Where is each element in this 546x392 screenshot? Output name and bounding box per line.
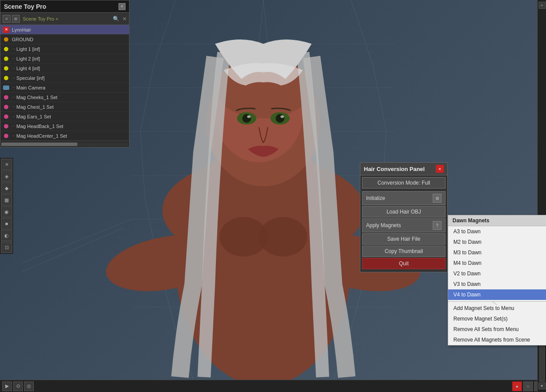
scene-item-specular[interactable]: ···Specular [inf] xyxy=(0,73,129,83)
bottom-tool-1[interactable]: ▶ xyxy=(2,381,12,391)
scene-item-icon-magears xyxy=(2,113,10,121)
scene-item-label-lynnhair: LynnHair xyxy=(12,27,31,32)
bottom-tool-2[interactable]: ⊙ xyxy=(13,381,23,391)
scene-item-icon-light4 xyxy=(2,64,10,72)
dawn-action-item-remove-all-magnets[interactable]: Remove All Magnets from Scene xyxy=(448,335,546,345)
scene-panel: Scene Toy Pro × ≡ ⊞ Scene Toy Pro + 🔍 ✕ … xyxy=(0,0,129,147)
yellow-dot-icon xyxy=(4,57,8,61)
orange-dot-icon xyxy=(4,37,8,42)
left-tool-7[interactable]: ◐ xyxy=(1,230,12,241)
scene-item-icon-specular xyxy=(2,74,10,82)
dawn-action-item-remove-magnet-set[interactable]: Remove Magnet Set(s) xyxy=(448,314,546,324)
scene-item-light2[interactable]: ···Light 2 [inf] xyxy=(0,54,129,64)
left-tool-3[interactable]: ◆ xyxy=(1,182,12,194)
yellow-dot-icon xyxy=(4,47,8,51)
scene-panel-titlebar: Scene Toy Pro × xyxy=(0,0,129,13)
hair-conversion-panel: Hair Conversion Panel × Conversion Mode:… xyxy=(360,162,448,272)
scene-item-label-magcheeks: Mag Cheeks_1 Set xyxy=(16,95,57,100)
hair-panel-title-text: Hair Conversion Panel xyxy=(364,166,425,172)
dawn-magnet-item-v4-to-dawn[interactable]: V4 to Dawn xyxy=(448,289,546,300)
scene-item-label-magheadback: Mag HeadBack_1 Set xyxy=(16,124,63,129)
svg-point-33 xyxy=(280,115,284,118)
camera-icon xyxy=(3,86,9,90)
bottom-tool-circle-1[interactable]: ● xyxy=(512,381,522,391)
left-tool-2[interactable]: ◈ xyxy=(1,171,12,182)
dawn-action-item-add-magnet-sets[interactable]: Add Magnet Sets to Menu xyxy=(448,303,546,314)
scene-item-maincamera[interactable]: ···Main Camera xyxy=(0,83,129,93)
search-icon[interactable]: 🔍 xyxy=(113,16,119,22)
dawn-magnet-item-m4-to-dawn[interactable]: M4 to Dawn xyxy=(448,258,546,268)
scene-item-ground[interactable]: GROUND xyxy=(0,35,129,44)
scene-item-magchest[interactable]: ···Mag Chest_1 Set xyxy=(0,102,129,112)
scene-item-magears[interactable]: ···Mag Ears_1 Set xyxy=(0,112,129,121)
scene-item-magheadback[interactable]: ···Mag HeadBack_1 Set xyxy=(0,121,129,131)
svg-point-35 xyxy=(259,217,307,257)
scene-item-lynnhair[interactable]: ✕LynnHair xyxy=(0,25,129,35)
dawn-magnet-item-m2-to-dawn[interactable]: M2 to Dawn xyxy=(448,237,546,247)
initialize-icon: ⚙ xyxy=(433,194,442,203)
left-tool-8[interactable]: ⊡ xyxy=(1,242,12,253)
scene-item-icon-lynnhair: ✕ xyxy=(2,26,10,34)
quit-button[interactable]: Quit xyxy=(362,258,445,269)
save-hair-file-button[interactable]: Save Hair File xyxy=(362,233,445,245)
scene-item-icon-light1 xyxy=(2,45,10,53)
pink-dot-icon xyxy=(4,124,8,128)
scene-item-light1[interactable]: ···Light 1 [inf] xyxy=(0,44,129,54)
scene-item-icon-magchest xyxy=(2,103,10,111)
bottom-tool-3[interactable]: ◎ xyxy=(24,381,34,391)
dawn-magnet-item-a3-to-dawn[interactable]: A3 to Dawn xyxy=(448,226,546,237)
scene-toolbar: ≡ ⊞ Scene Toy Pro + 🔍 ✕ xyxy=(0,13,129,25)
scene-item-dots-magheadcenter: ··· xyxy=(12,133,15,138)
dawn-magnet-item-m3-to-dawn[interactable]: M3 to Dawn xyxy=(448,247,546,258)
left-tool-1[interactable]: ✕ xyxy=(1,159,12,170)
yellow-dot-icon xyxy=(4,66,8,71)
scene-item-label-specular: Specular [inf] xyxy=(16,75,44,81)
scene-item-label-light1: Light 1 [inf] xyxy=(16,46,40,52)
hair-panel-body: Conversion Mode: Full Initialize ⚙ Load … xyxy=(360,175,447,272)
scene-path-label: Scene Toy Pro + xyxy=(23,16,58,21)
scene-panel-scrollbar-area xyxy=(0,141,129,147)
scene-panel-title: Scene Toy Pro xyxy=(4,3,46,10)
scene-scrollbar-thumb[interactable] xyxy=(1,143,77,146)
load-hair-obj-button[interactable]: Load Hair OBJ xyxy=(362,206,445,217)
dawn-action-item-remove-all-sets[interactable]: Remove All Sets from Menu xyxy=(448,324,546,335)
toolbar-list-icon[interactable]: ≡ xyxy=(3,15,11,23)
scene-item-magheadcenter[interactable]: ···Mag HeadCenter_1 Set xyxy=(0,131,129,141)
right-tool-scroll-down[interactable]: ▼ xyxy=(539,382,546,389)
conversion-mode-button[interactable]: Conversion Mode: Full xyxy=(362,177,445,189)
close-x-icon[interactable]: ✕ xyxy=(122,16,127,22)
apply-magnets-button[interactable]: Apply Magnets ? xyxy=(362,218,445,232)
left-tool-6[interactable]: ■ xyxy=(1,218,12,229)
left-tool-4[interactable]: ▦ xyxy=(1,194,12,206)
scene-item-dots-magheadback: ··· xyxy=(12,124,15,128)
scene-item-dots-magchest: ··· xyxy=(12,104,15,109)
scene-item-magcheeks[interactable]: ···Mag Cheeks_1 Set xyxy=(0,93,129,102)
hair-panel-titlebar: Hair Conversion Panel × xyxy=(360,163,447,175)
svg-point-31 xyxy=(276,114,284,123)
scene-item-label-magears: Mag Ears_1 Set xyxy=(16,114,51,119)
dawn-magnets-menu: Dawn Magnets A3 to DawnM2 to DawnM3 to D… xyxy=(448,215,546,346)
toolbar-grid-icon[interactable]: ⊞ xyxy=(12,15,20,23)
scene-item-label-ground: GROUND xyxy=(12,37,33,42)
initialize-button[interactable]: Initialize ⚙ xyxy=(362,191,445,205)
scene-item-label-magheadcenter: Mag HeadCenter_1 Set xyxy=(16,133,67,139)
dawn-magnet-item-v3-to-dawn[interactable]: V3 to Dawn xyxy=(448,279,546,289)
scene-item-dots-specular: ··· xyxy=(12,75,15,80)
left-tool-5[interactable]: ◉ xyxy=(1,206,12,217)
scene-panel-close-button[interactable]: × xyxy=(119,3,126,10)
pink-dot-icon xyxy=(4,95,8,100)
scene-item-light4[interactable]: ···Light 4 [inf] xyxy=(0,64,129,73)
svg-point-32 xyxy=(247,115,251,118)
copy-thumbnail-button[interactable]: Copy Thumbnail xyxy=(362,246,445,257)
scene-item-label-light2: Light 2 [inf] xyxy=(16,56,40,61)
right-tool-1[interactable]: ≡ xyxy=(539,2,546,9)
pink-dot-icon xyxy=(4,114,8,119)
bottom-tool-circle-2[interactable]: ○ xyxy=(523,381,533,391)
svg-point-30 xyxy=(242,114,251,123)
scene-item-dots-maincamera: ··· xyxy=(12,85,15,90)
scene-scrollbar-track[interactable] xyxy=(1,143,128,146)
hair-panel-close-button[interactable]: × xyxy=(436,165,444,173)
scene-item-dots-magears: ··· xyxy=(12,114,15,119)
pink-dot-icon xyxy=(4,105,8,109)
dawn-magnet-item-v2-to-dawn[interactable]: V2 to Dawn xyxy=(448,268,546,279)
